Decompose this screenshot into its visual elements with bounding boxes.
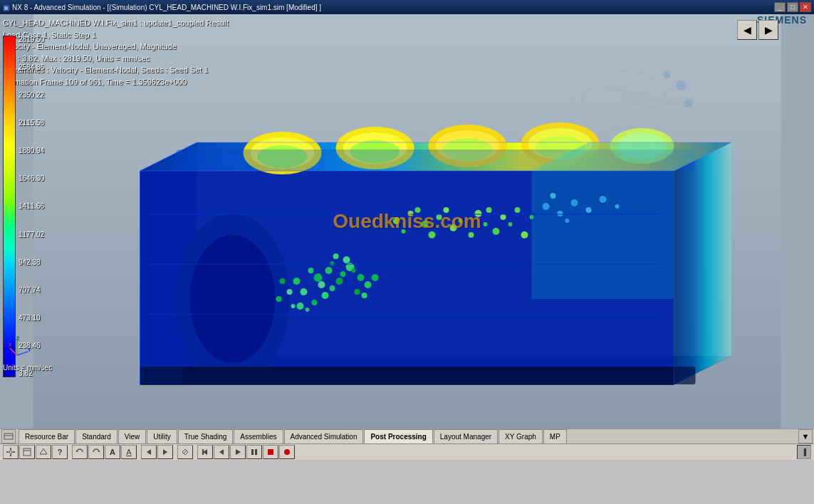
arrow-nav: ◀ ▶ <box>737 20 778 40</box>
toolbar-forward-button[interactable] <box>157 445 173 459</box>
svg-point-62 <box>291 304 296 308</box>
svg-marker-129 <box>219 449 224 455</box>
close-button[interactable]: ✕ <box>800 2 811 12</box>
svg-point-52 <box>372 274 379 281</box>
main-content: CYL_HEAD_MACHINED W.I.Fix_sim1 : update1… <box>0 14 814 429</box>
svg-rect-133 <box>268 449 273 455</box>
app-icon: ▣ <box>3 4 9 11</box>
toolbar-record-button[interactable] <box>279 445 295 459</box>
svg-point-45 <box>355 289 360 295</box>
toolbar-back-button[interactable] <box>141 445 157 459</box>
svg-point-83 <box>521 231 528 238</box>
tab-bar: Resource Bar Standard View Utility True … <box>0 429 814 444</box>
svg-point-50 <box>352 268 356 273</box>
svg-point-37 <box>190 235 276 363</box>
tab-true-shading[interactable]: True Shading <box>178 429 234 443</box>
maximize-button[interactable]: □ <box>787 2 798 12</box>
tab-advanced-simulation[interactable]: Advanced Simulation <box>284 429 364 443</box>
svg-point-61 <box>280 278 286 284</box>
toolbar-icon1[interactable] <box>19 445 35 459</box>
tab-utility[interactable]: Utility <box>147 429 177 443</box>
svg-point-115 <box>9 451 12 453</box>
tab-view[interactable]: View <box>118 429 147 443</box>
bottom-toolbar: ? A A <box>0 444 814 460</box>
svg-point-15 <box>684 99 693 107</box>
svg-point-58 <box>293 278 301 285</box>
svg-point-67 <box>422 221 429 228</box>
toolbar-rotate-left-button[interactable] <box>72 445 88 459</box>
svg-point-70 <box>402 229 406 233</box>
tab-post-processing[interactable]: Post Processing <box>364 429 432 443</box>
svg-point-59 <box>287 289 293 295</box>
svg-rect-113 <box>4 434 13 439</box>
svg-point-71 <box>415 207 421 213</box>
svg-marker-94 <box>532 171 674 299</box>
title-bar-left: ▣ NX 8 - Advanced Simulation - [(Simulat… <box>3 4 321 11</box>
svg-point-134 <box>284 449 290 455</box>
svg-point-79 <box>493 228 500 235</box>
svg-marker-122 <box>40 448 47 454</box>
svg-point-69 <box>450 224 457 231</box>
toolbar-skip-start-button[interactable] <box>197 445 213 459</box>
tab-resource-bar[interactable]: Resource Bar <box>19 429 75 443</box>
svg-point-48 <box>365 281 372 288</box>
svg-rect-99 <box>147 313 660 315</box>
svg-point-75 <box>469 232 474 238</box>
svg-point-56 <box>301 288 308 295</box>
svg-point-82 <box>515 207 521 213</box>
toolbar-help-button[interactable]: ? <box>52 445 68 459</box>
svg-rect-116 <box>10 448 11 450</box>
viewport[interactable]: CYL_HEAD_MACHINED W.I.Fix_sim1 : update1… <box>0 14 814 429</box>
tab-standard[interactable]: Standard <box>75 429 118 443</box>
svg-point-39 <box>325 267 333 274</box>
toolbar-pause-button[interactable] <box>246 445 262 459</box>
tab-bar-icon[interactable] <box>1 429 16 443</box>
svg-point-77 <box>484 222 488 226</box>
tab-mp[interactable]: MP <box>543 429 567 443</box>
svg-point-43 <box>330 285 335 291</box>
toolbar-settings-button[interactable] <box>3 445 19 459</box>
svg-point-64 <box>306 308 310 312</box>
minimize-button[interactable]: _ <box>774 2 786 12</box>
svg-marker-130 <box>236 449 241 455</box>
svg-point-42 <box>358 274 365 281</box>
svg-rect-117 <box>10 454 11 456</box>
svg-rect-98 <box>147 263 660 265</box>
nav-right-button[interactable]: ▶ <box>758 20 778 40</box>
svg-marker-18 <box>674 142 731 384</box>
svg-point-44 <box>343 256 350 263</box>
svg-point-74 <box>459 219 463 223</box>
window-title: NX 8 - Advanced Simulation - [(Simulatio… <box>12 4 321 11</box>
nav-left-button[interactable]: ◀ <box>737 20 757 40</box>
svg-marker-123 <box>75 451 78 452</box>
toolbar-step-back-button[interactable] <box>214 445 229 459</box>
toolbar-link-button[interactable] <box>177 445 193 459</box>
svg-marker-124 <box>98 451 100 452</box>
svg-rect-131 <box>251 449 254 455</box>
svg-rect-132 <box>255 449 257 455</box>
tab-assemblies[interactable]: Assemblies <box>234 429 283 443</box>
toolbar-text-a1[interactable]: A <box>105 445 120 459</box>
svg-point-68 <box>437 214 442 220</box>
toolbar-rotate-right-button[interactable] <box>88 445 104 459</box>
svg-marker-125 <box>147 449 151 455</box>
svg-point-72 <box>429 231 436 238</box>
toolbar-play-button[interactable] <box>230 445 246 459</box>
window-controls: _ □ ✕ <box>774 2 811 12</box>
svg-point-80 <box>501 214 506 220</box>
svg-point-78 <box>486 207 492 213</box>
toolbar-text-a2[interactable]: A <box>121 445 137 459</box>
toolbar-scroll-handle[interactable]: ▐ <box>797 445 811 459</box>
toolbar-stop-button[interactable] <box>263 445 278 459</box>
tab-layout-manager[interactable]: Layout Manager <box>434 429 498 443</box>
svg-point-13 <box>677 80 687 90</box>
svg-point-73 <box>444 207 449 213</box>
tab-xy-graph[interactable]: XY Graph <box>499 429 543 443</box>
svg-point-53 <box>308 268 314 273</box>
title-bar: ▣ NX 8 - Advanced Simulation - [(Simulat… <box>0 0 814 14</box>
tab-collapse-button[interactable]: ▼ <box>798 429 813 443</box>
svg-point-63 <box>276 296 282 302</box>
svg-point-54 <box>318 281 325 288</box>
svg-rect-96 <box>183 367 696 384</box>
toolbar-icon2[interactable] <box>36 445 51 459</box>
